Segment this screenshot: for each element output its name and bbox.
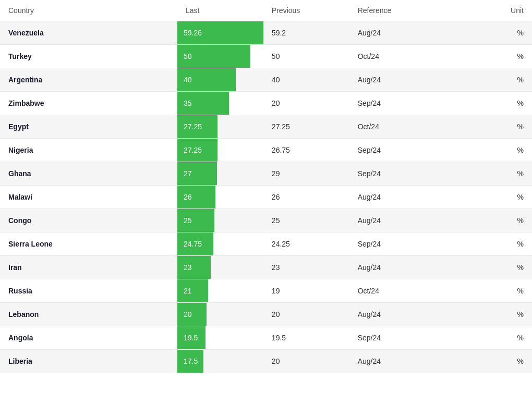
table-row: Malawi2626Aug/24%: [0, 186, 532, 209]
country-name: Congo: [8, 216, 31, 225]
unit-cell: %: [467, 303, 532, 326]
last-value: 27: [184, 169, 192, 178]
country-cell: Liberia: [0, 350, 177, 373]
country-name: Malawi: [8, 193, 32, 201]
unit-cell: %: [467, 115, 532, 139]
last-value-cell: 19.5: [177, 326, 263, 350]
last-value-cell: 26: [177, 186, 263, 209]
reference-cell: Aug/24: [349, 256, 468, 279]
previous-cell: 26: [263, 186, 349, 209]
country-name: Venezuela: [8, 29, 44, 37]
reference-cell: Sep/24: [349, 162, 468, 186]
reference-cell: Sep/24: [349, 92, 468, 115]
table-row: Russia2119Oct/24%: [0, 279, 532, 303]
table-row: Argentina4040Aug/24%: [0, 68, 532, 92]
last-value: 20: [184, 310, 192, 318]
country-cell: Lebanon: [0, 303, 177, 326]
previous-cell: 20: [263, 303, 349, 326]
unit-cell: %: [467, 68, 532, 92]
last-value: 50: [184, 52, 192, 60]
table-row: Nigeria27.2526.75Sep/24%: [0, 139, 532, 162]
unit-cell: %: [467, 186, 532, 209]
country-cell: Zimbabwe: [0, 92, 177, 115]
reference-cell: Sep/24: [349, 326, 468, 350]
previous-cell: 29: [263, 162, 349, 186]
unit-cell: %: [467, 209, 532, 232]
country-cell: Congo: [0, 209, 177, 232]
main-container: Country Last Previous Reference Unit Ven…: [0, 0, 532, 405]
last-value: 59.26: [184, 29, 202, 37]
reference-cell: Sep/24: [349, 232, 468, 256]
last-value-cell: 27.25: [177, 115, 263, 139]
previous-cell: 50: [263, 45, 349, 68]
reference-cell: Aug/24: [349, 209, 468, 232]
country-name: Lebanon: [8, 310, 39, 318]
country-name: Ghana: [8, 169, 31, 178]
country-name: Argentina: [8, 76, 42, 84]
last-value-cell: 20: [177, 303, 263, 326]
previous-cell: 59.2: [263, 21, 349, 45]
header-previous: Previous: [263, 0, 349, 21]
previous-cell: 27.25: [263, 115, 349, 139]
table-row: Egypt27.2527.25Oct/24%: [0, 115, 532, 139]
country-name: Egypt: [8, 122, 29, 131]
last-value-cell: 50: [177, 45, 263, 68]
table-row: Ghana2729Sep/24%: [0, 162, 532, 186]
table-row: Zimbabwe3520Sep/24%: [0, 92, 532, 115]
table-row: Liberia17.520Aug/24%: [0, 350, 532, 373]
previous-cell: 40: [263, 68, 349, 92]
unit-cell: %: [467, 350, 532, 373]
reference-cell: Aug/24: [349, 303, 468, 326]
last-value: 27.25: [184, 122, 202, 131]
country-cell: Iran: [0, 256, 177, 279]
country-cell: Sierra Leone: [0, 232, 177, 256]
unit-cell: %: [467, 21, 532, 45]
country-cell: Argentina: [0, 68, 177, 92]
last-value: 27.25: [184, 146, 202, 154]
reference-cell: Aug/24: [349, 350, 468, 373]
last-value: 24.75: [184, 240, 202, 248]
country-name: Sierra Leone: [8, 240, 53, 248]
country-name: Angola: [8, 334, 33, 342]
previous-cell: 19.5: [263, 326, 349, 350]
header-last: Last: [177, 0, 263, 21]
table-row: Turkey5050Oct/24%: [0, 45, 532, 68]
unit-cell: %: [467, 162, 532, 186]
header-unit: Unit: [467, 0, 532, 21]
unit-cell: %: [467, 139, 532, 162]
table-row: Lebanon2020Aug/24%: [0, 303, 532, 326]
country-name: Turkey: [8, 52, 32, 60]
table-row: Iran2323Aug/24%: [0, 256, 532, 279]
last-value: 26: [184, 193, 192, 201]
last-value-cell: 24.75: [177, 232, 263, 256]
table-header-row: Country Last Previous Reference Unit: [0, 0, 532, 21]
last-value-cell: 40: [177, 68, 263, 92]
last-value: 40: [184, 76, 192, 84]
header-country: Country: [0, 0, 177, 21]
country-cell: Turkey: [0, 45, 177, 68]
last-value-cell: 27: [177, 162, 263, 186]
data-table: Country Last Previous Reference Unit Ven…: [0, 0, 532, 373]
unit-cell: %: [467, 232, 532, 256]
last-value-cell: 35: [177, 92, 263, 115]
reference-cell: Aug/24: [349, 21, 468, 45]
last-value-cell: 27.25: [177, 139, 263, 162]
last-value: 35: [184, 99, 192, 107]
table-row: Angola19.519.5Sep/24%: [0, 326, 532, 350]
country-name: Iran: [8, 263, 22, 272]
country-name: Nigeria: [8, 146, 33, 154]
previous-cell: 20: [263, 350, 349, 373]
reference-cell: Aug/24: [349, 186, 468, 209]
unit-cell: %: [467, 92, 532, 115]
last-value: 21: [184, 287, 192, 295]
last-value: 25: [184, 216, 192, 225]
table-row: Venezuela59.2659.2Aug/24%: [0, 21, 532, 45]
country-cell: Russia: [0, 279, 177, 303]
last-value-cell: 23: [177, 256, 263, 279]
previous-cell: 19: [263, 279, 349, 303]
unit-cell: %: [467, 256, 532, 279]
reference-cell: Oct/24: [349, 45, 468, 68]
reference-cell: Sep/24: [349, 139, 468, 162]
country-name: Russia: [8, 287, 32, 295]
unit-cell: %: [467, 279, 532, 303]
